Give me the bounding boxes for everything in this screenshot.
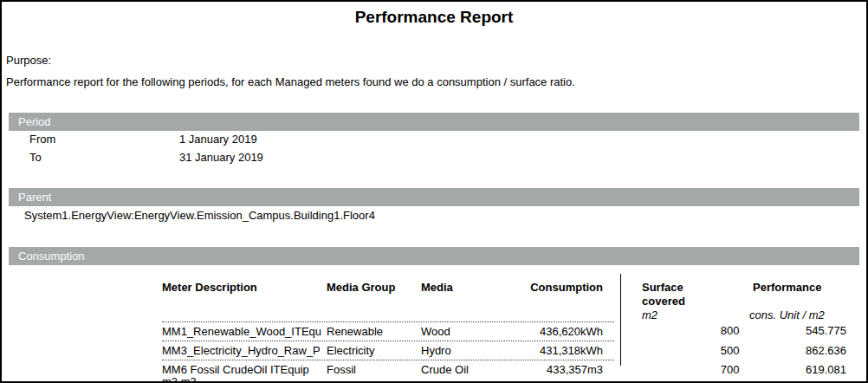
cell-meter-description: MM1_Renewable_Wood_ITEqu: [162, 322, 327, 341]
section-header-parent: Parent: [9, 188, 859, 206]
cell-media: Crude Oil: [421, 364, 508, 376]
section-header-period: Period: [9, 113, 859, 131]
cell-consumption: 436,620kWh: [508, 322, 603, 341]
cell-media-group: Renewable: [327, 322, 421, 341]
consumption-table: Meter Description Media Group Media Cons…: [162, 281, 846, 383]
purpose-text: Performance report for the following per…: [6, 75, 575, 88]
cell-consumption: 433,357m3: [508, 364, 603, 376]
cell-media: Hydro: [421, 341, 508, 360]
col-header-performance: Performance: [729, 281, 836, 295]
section-header-parent-label: Parent: [18, 191, 51, 204]
section-header-consumption-label: Consumption: [18, 250, 85, 263]
cell-meter-description: MM6 Fossil CrudeOil ITEquip m3 m3: [162, 364, 327, 383]
cell-consumption: 431,318kWh: [508, 341, 603, 360]
page-title: Performance Report: [2, 8, 866, 27]
cell-performance: 545.775: [739, 321, 846, 341]
section-header-period-label: Period: [18, 115, 51, 128]
table-header-row: Meter Description Media Group Media Cons…: [162, 281, 846, 308]
col-header-surface-covered: Surface covered: [620, 281, 729, 308]
cell-surface-covered: 800: [632, 321, 740, 341]
cell-surface-covered: 500: [632, 341, 740, 360]
table-row: MM1_Renewable_Wood_ITEqu Renewable Wood …: [162, 321, 846, 341]
cell-performance: 619.081: [739, 360, 846, 376]
table-row: MM6 Fossil CrudeOil ITEquip m3 m3 Fossil…: [162, 360, 846, 383]
table-row: MM3_Electricity_Hydro_Raw_P Electricity …: [162, 341, 846, 360]
parent-path-value: System1.EnergyView:EnergyView.Emission_C…: [24, 209, 375, 222]
subheader-performance-unit: cons. Unit / m2: [729, 308, 836, 321]
performance-report-page: Performance Report Purpose: Performance …: [0, 0, 868, 383]
cell-performance: 862.636: [739, 341, 846, 360]
cell-media: Wood: [421, 322, 508, 341]
cell-media-group: Electricity: [327, 341, 421, 360]
col-header-media: Media: [421, 281, 508, 295]
cell-meter-description: MM3_Electricity_Hydro_Raw_P: [162, 341, 327, 360]
period-to-label: To: [29, 151, 42, 164]
purpose-label: Purpose:: [6, 54, 51, 67]
column-group-divider: [620, 274, 621, 366]
period-from-label: From: [29, 133, 55, 146]
col-header-meter-description: Meter Description: [162, 281, 327, 295]
table-subheader-row: m2 cons. Unit / m2: [162, 308, 846, 321]
period-to-value: 31 January 2019: [179, 151, 263, 164]
cell-surface-covered: 700: [632, 360, 740, 376]
period-from-value: 1 January 2019: [179, 133, 257, 146]
col-header-consumption: Consumption: [508, 281, 603, 295]
section-header-consumption: Consumption: [9, 247, 859, 265]
cell-media-group: Fossil: [327, 364, 421, 376]
col-header-media-group: Media Group: [327, 281, 421, 295]
subheader-surface-unit: m2: [620, 308, 729, 321]
